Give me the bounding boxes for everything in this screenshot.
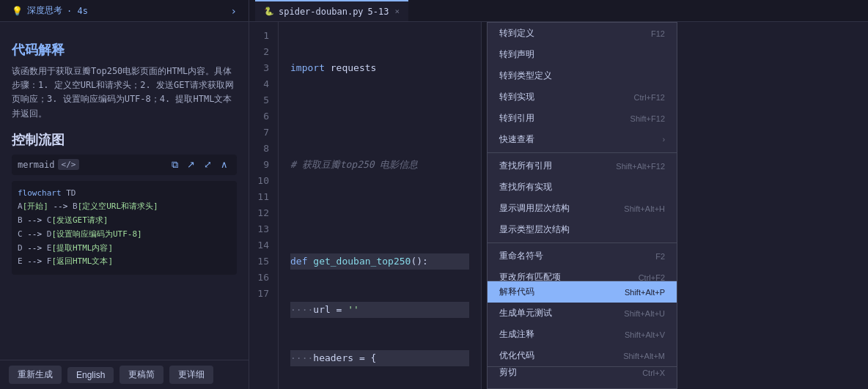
mermaid-toolbar-left: mermaid </>	[18, 159, 166, 170]
menu-goto-def-shortcut: F12	[651, 29, 665, 38]
english-button[interactable]: English	[67, 367, 114, 383]
menu-goto-impl[interactable]: 转到实现 Ctrl+F12	[488, 86, 677, 108]
menu-find-all-refs-label: 查找所有引用	[499, 160, 601, 172]
sub-menu-unit-test[interactable]: 生成单元测试 Shift+Alt+U	[488, 303, 677, 324]
sub-menu-explain-label: 解释代码	[499, 286, 610, 298]
thinking-expand-arrow[interactable]: ›	[231, 5, 237, 17]
mermaid-collapse-btn[interactable]: ∧	[218, 158, 231, 171]
separator-1	[488, 152, 677, 153]
sub-menu-gen-comment-label: 生成注释	[499, 328, 610, 341]
menu-goto-type-def[interactable]: 转到类型定义	[488, 65, 677, 86]
tab-range: 5-13	[368, 7, 389, 17]
separator-2	[488, 242, 677, 243]
menu-find-all-refs[interactable]: 查找所有引用 Shift+Alt+F12	[488, 155, 677, 177]
line-num-12: 12	[255, 205, 269, 221]
mermaid-toolbar: mermaid </> ⧉ ↗ ⤢ ∧	[12, 155, 237, 175]
menu-rename-symbol[interactable]: 重命名符号 F2	[488, 245, 677, 267]
sub-menu-explain[interactable]: 解释代码 Shift+Alt+P	[488, 281, 677, 303]
menu-goto-ref[interactable]: 转到引用 Shift+F12	[488, 108, 677, 129]
more-simple-button[interactable]: 更稿简	[119, 366, 163, 384]
mermaid-copy-btn[interactable]: ⧉	[169, 158, 181, 172]
menu-goto-def[interactable]: 转到定义 F12	[488, 23, 677, 44]
code-content[interactable]: import requests # 获取豆瓣top250 电影信息 def ge…	[279, 22, 481, 389]
line-num-1: 1	[255, 28, 269, 44]
mermaid-export-btn[interactable]: ↗	[184, 158, 198, 171]
menu-show-call-hier[interactable]: 显示调用层次结构 Shift+Alt+H	[488, 198, 677, 219]
code-line-2	[290, 108, 469, 125]
code-line-5: def get_douban_top250():	[290, 253, 469, 270]
sidebar-content: 代码解释 该函数用于获取豆瓣Top250电影页面的HTML内容。具体步骤：1. …	[0, 22, 249, 360]
line-num-4: 4	[255, 76, 269, 92]
menu-goto-decl[interactable]: 转到声明	[488, 44, 677, 65]
flowchart-title: 控制流图	[12, 131, 237, 149]
menu-show-type-hier[interactable]: 显示类型层次结构	[488, 219, 677, 240]
code-editor[interactable]: 1 2 3 4 5 6 7 8 9 10 11 12 13 14 15 16 1	[249, 22, 481, 389]
menu-quick-view[interactable]: 快速查看 ›	[488, 129, 677, 150]
sub-menu-optimize-shortcut: Shift+Alt+M	[623, 352, 665, 360]
tab-close-btn[interactable]: ×	[395, 7, 400, 16]
tab-bar: 🐍 spider-douban.py 5-13 ×	[249, 0, 868, 22]
line-numbers: 1 2 3 4 5 6 7 8 9 10 11 12 13 14 15 16 1	[249, 22, 279, 389]
menu-show-call-hier-label: 显示调用层次结构	[499, 202, 609, 215]
menu-quick-view-label: 快速查看	[499, 133, 645, 146]
code-line-7: ····headers = {	[290, 350, 469, 366]
code-line-3: # 获取豆瓣top250 电影信息	[290, 157, 469, 173]
sub-menu-gen-comment-shortcut: Shift+Alt+V	[625, 330, 665, 339]
code-line-6: ····url = ''	[290, 302, 469, 318]
tab-file-icon: 🐍	[264, 7, 274, 16]
line-num-16: 16	[255, 270, 269, 286]
file-tab[interactable]: 🐍 spider-douban.py 5-13 ×	[255, 0, 408, 21]
fc-line-2: A[开始] --> B[定义空URL和请求头]	[18, 200, 231, 214]
line-num-6: 6	[255, 108, 269, 125]
line-num-10: 10	[255, 173, 269, 189]
code-line-4	[290, 205, 469, 221]
thinking-label: 深度思考	[27, 4, 62, 17]
menu-goto-impl-shortcut: Ctrl+F12	[634, 93, 666, 102]
code-explain-text: 该函数用于获取豆瓣Top250电影页面的HTML内容。具体步骤：1. 定义空UR…	[12, 64, 237, 121]
fc-line-6: E --> F[返回HTML文本]	[18, 255, 231, 269]
right-panel: 转到定义 F12 转到声明 转到类型定义 转到实现 Ctrl+F12	[487, 22, 868, 389]
mermaid-label: mermaid	[18, 160, 55, 170]
scrollbar[interactable]	[481, 22, 487, 389]
menu-goto-ref-shortcut: Shift+F12	[630, 114, 665, 123]
thinking-time: · 4s	[67, 6, 88, 16]
sub-menu-optimize-label: 优化代码	[499, 349, 608, 362]
line-num-7: 7	[255, 125, 269, 141]
menu-goto-def-label: 转到定义	[499, 27, 636, 40]
regenerate-button[interactable]: 重新生成	[9, 366, 62, 384]
line-num-17: 17	[255, 286, 269, 302]
code-explain-title: 代码解释	[12, 41, 237, 59]
more-detail-button[interactable]: 更详细	[169, 366, 213, 384]
tab-filename: spider-douban.py	[279, 7, 364, 17]
thinking-bar[interactable]: 💡 深度思考 · 4s ›	[0, 0, 249, 22]
line-num-8: 8	[255, 141, 269, 157]
menu-goto-type-def-label: 转到类型定义	[499, 70, 650, 82]
menu-find-all-refs-shortcut: Shift+Alt+F12	[616, 162, 665, 171]
sub-menu-optimize[interactable]: 优化代码 Shift+Alt+M	[488, 345, 677, 366]
menu-show-call-hier-shortcut: Shift+Alt+H	[624, 204, 665, 213]
line-num-5: 5	[255, 92, 269, 108]
thinking-bar-left: 💡 深度思考 · 4s	[12, 4, 88, 17]
sub-context-menu: 解释代码 Shift+Alt+P 生成单元测试 Shift+Alt+U 生成注释…	[487, 281, 677, 367]
line-num-3: 3	[255, 60, 269, 76]
mermaid-tag: </>	[58, 159, 80, 170]
bottom-bar: 重新生成 English 更稿简 更详细	[0, 360, 249, 389]
menu-find-all-impl-label: 查找所有实现	[499, 181, 650, 193]
fc-line-3: B --> C[发送GET请求]	[18, 214, 231, 228]
menu-rename-symbol-label: 重命名符号	[499, 250, 641, 262]
line-num-9: 9	[255, 157, 269, 173]
menu-copy[interactable]: 复制 Ctrl+C	[488, 383, 677, 389]
sub-menu-explain-shortcut: Shift+Alt+P	[625, 288, 665, 297]
menu-goto-impl-label: 转到实现	[499, 91, 619, 103]
menu-cut-label: 剪切	[499, 366, 628, 379]
sub-menu-gen-comment[interactable]: 生成注释 Shift+Alt+V	[488, 324, 677, 345]
line-num-11: 11	[255, 189, 269, 205]
menu-find-all-impl[interactable]: 查找所有实现	[488, 177, 677, 198]
sub-menu-unit-test-label: 生成单元测试	[499, 307, 609, 319]
line-num-14: 14	[255, 237, 269, 253]
fc-line-1: flowchart TD	[18, 187, 231, 201]
mermaid-expand-btn[interactable]: ⤢	[201, 158, 215, 171]
sidebar: 💡 深度思考 · 4s › 代码解释 该函数用于获取豆瓣Top250电影页面的H…	[0, 0, 249, 389]
line-num-15: 15	[255, 253, 269, 270]
menu-show-type-hier-label: 显示类型层次结构	[499, 223, 650, 236]
